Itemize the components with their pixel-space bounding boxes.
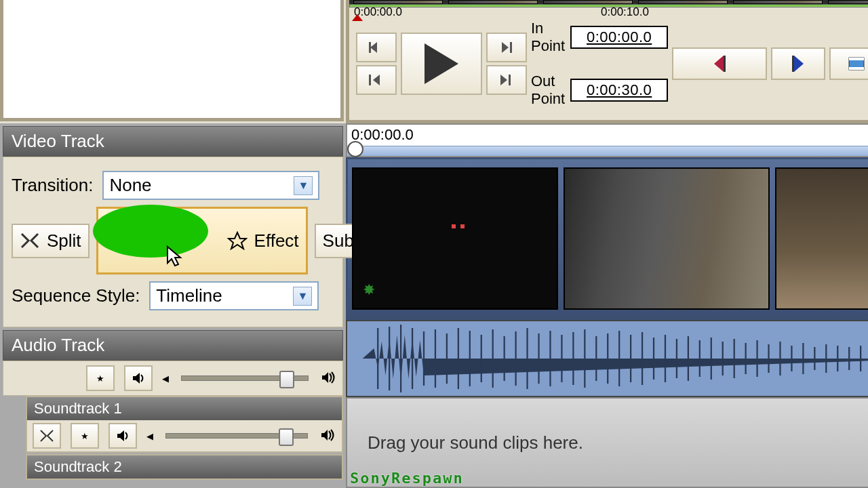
video-track-panel: Transition: None ▼ Split Effect Subtitle: [3, 157, 343, 327]
svg-rect-0: [369, 42, 371, 53]
step-back-button[interactable]: [356, 33, 397, 62]
sequence-style-select[interactable]: Timeline ▼: [149, 281, 319, 310]
svg-rect-8: [849, 67, 864, 70]
add-clip-button[interactable]: [829, 47, 868, 80]
in-point-input[interactable]: 0:00:00.0: [570, 26, 668, 49]
timeline-ruler[interactable]: 0:00:00.0 0:00: [346, 123, 868, 157]
transition-label: Transition:: [12, 175, 93, 196]
chevron-down-icon: ▼: [294, 176, 313, 195]
video-clip[interactable]: [564, 167, 770, 310]
video-track-lane[interactable]: ✸: [346, 157, 868, 320]
app-root: 0:00:00.0 0:00:10.0 0:00 In Point0:00:00…: [0, 0, 868, 488]
soundtrack-1-header: Soundtrack 1: [27, 397, 342, 420]
soundtrack-2-header: Soundtrack 2: [27, 455, 342, 479]
play-icon: [425, 43, 458, 84]
soundtrack-mute-button[interactable]: [108, 423, 137, 449]
drop-hint: Drag your sound clips here.: [368, 432, 583, 453]
out-point-input[interactable]: 0:00:30.0: [570, 79, 668, 102]
soundtrack-volume-slider[interactable]: [165, 433, 308, 439]
video-track-header: Video Track: [3, 126, 343, 157]
svg-rect-3: [509, 75, 511, 85]
sequence-style-value: Timeline: [156, 285, 222, 306]
svg-rect-7: [849, 58, 864, 60]
audio-effect-button[interactable]: ★: [86, 365, 115, 391]
sound-drop-zone[interactable]: Drag your sound clips here. SonyRespawn: [346, 397, 868, 488]
chevron-down-icon: ▼: [293, 287, 312, 306]
in-point-label: In Point: [531, 20, 565, 55]
svg-rect-4: [724, 56, 726, 72]
preview-pane: [0, 0, 344, 121]
svg-rect-2: [510, 42, 512, 53]
volume-low-icon: ◀: [146, 431, 153, 441]
transport-panel: 0:00:00.0 0:00:10.0 0:00 In Point0:00:00…: [346, 0, 868, 123]
highlight-marker: [93, 205, 208, 258]
soundtrack-2: Soundtrack 2: [26, 454, 343, 480]
soundtrack-effect-button[interactable]: ★: [71, 423, 99, 449]
video-clip[interactable]: [775, 167, 868, 310]
svg-rect-5: [792, 56, 794, 72]
watermark-text: SonyRespawn: [350, 470, 464, 487]
volume-low-icon: ◀: [162, 373, 169, 384]
go-start-button[interactable]: [356, 65, 397, 95]
soundtrack-1: Soundtrack 1 ★ ◀: [26, 396, 343, 453]
audio-master-controls: ★ ◀: [3, 361, 343, 396]
step-forward-button[interactable]: [486, 33, 527, 62]
source-ruler[interactable]: 0:00:00.0 0:00:10.0 0:00: [349, 4, 868, 7]
audio-mute-button[interactable]: [124, 365, 153, 391]
playhead[interactable]: [347, 141, 363, 157]
volume-high-icon: [321, 371, 337, 386]
split-button[interactable]: Split: [12, 224, 90, 258]
go-end-button[interactable]: [486, 65, 527, 95]
transition-value: None: [109, 175, 151, 196]
play-button[interactable]: [401, 33, 482, 95]
split-icon: [20, 232, 40, 249]
audio-waveform-lane[interactable]: [346, 320, 868, 397]
transition-select[interactable]: None ▼: [102, 171, 319, 200]
set-out-button[interactable]: [771, 47, 825, 80]
audio-track-header: Audio Track: [3, 330, 343, 361]
set-in-button[interactable]: [672, 47, 767, 80]
in-out-fields: In Point0:00:00.0 Out Point0:00:30.0: [531, 13, 668, 115]
effect-applied-icon: ✸: [363, 281, 375, 299]
ruler-tick: 0:00:10.0: [601, 5, 649, 19]
left-panel: Video Track Transition: None ▼ Split Eff…: [0, 123, 346, 488]
sequence-style-label: Sequence Style:: [12, 285, 140, 306]
star-icon: [227, 231, 248, 250]
soundtrack-split-button[interactable]: [33, 423, 61, 449]
master-volume-slider[interactable]: [181, 375, 309, 381]
timeline-area: 0:00:00.0 0:00 ✸: [346, 123, 868, 488]
effect-button[interactable]: Effect: [96, 207, 308, 274]
timeline-tick: 0:00:00.0: [351, 126, 414, 144]
out-point-label: Out Point: [531, 73, 565, 108]
video-clip[interactable]: ✸: [352, 167, 558, 310]
in-marker-icon[interactable]: [352, 14, 363, 21]
volume-high-icon: [320, 428, 336, 444]
svg-rect-1: [369, 75, 371, 85]
